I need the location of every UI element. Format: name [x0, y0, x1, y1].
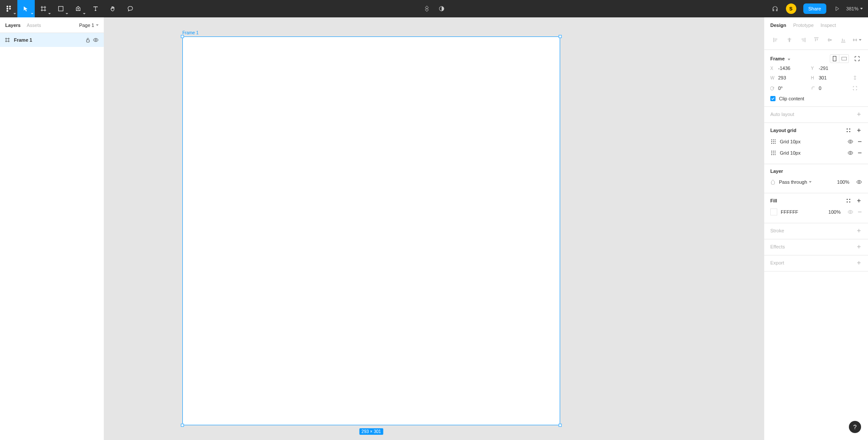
alignment-row — [764, 33, 868, 50]
layer-row-frame1[interactable]: Frame 1 — [0, 33, 104, 47]
main-menu-button[interactable] — [0, 0, 17, 17]
fill-hex-field[interactable]: FFFFFF — [781, 209, 825, 215]
fill-opacity-field[interactable]: 100% — [828, 209, 841, 215]
rotation-field[interactable]: 0° — [770, 86, 806, 91]
align-vcenter-button[interactable] — [823, 35, 836, 45]
svg-rect-11 — [425, 6, 428, 9]
user-avatar[interactable]: S — [786, 3, 796, 14]
stroke-title: Stroke — [770, 228, 856, 233]
right-panel: Design Prototype Inspect Frame — [764, 17, 868, 440]
svg-point-80 — [850, 211, 851, 213]
add-stroke-button[interactable] — [856, 228, 862, 234]
fill-visibility-button[interactable] — [848, 210, 853, 214]
align-top-button[interactable] — [810, 35, 822, 45]
auto-layout-title: Auto layout — [770, 112, 856, 117]
grid-item-1[interactable]: Grid 10px — [770, 147, 862, 159]
align-hcenter-button[interactable] — [783, 35, 795, 45]
radius-field[interactable]: 0 — [811, 86, 847, 91]
distribute-button[interactable] — [850, 35, 863, 45]
orientation-portrait-button[interactable] — [830, 54, 839, 63]
align-right-button[interactable] — [796, 35, 809, 45]
layer-visibility-button[interactable] — [856, 180, 862, 184]
help-button[interactable]: ? — [849, 421, 861, 433]
add-auto-layout-button[interactable] — [856, 111, 862, 117]
visibility-icon[interactable] — [93, 38, 99, 42]
shape-tool-button[interactable] — [52, 0, 69, 17]
resize-to-fit-button[interactable] — [852, 54, 862, 63]
text-tool-button[interactable] — [87, 0, 104, 17]
chevron-down-icon — [31, 13, 33, 14]
mask-tool-button[interactable] — [435, 0, 448, 17]
y-field[interactable]: Y-291 — [811, 66, 847, 71]
tab-design[interactable]: Design — [770, 23, 786, 28]
frame-label[interactable]: Frame 1 — [182, 30, 198, 35]
comment-tool-button[interactable] — [122, 0, 139, 17]
clip-content-checkbox[interactable] — [770, 96, 776, 101]
zoom-value: 381% — [846, 6, 858, 11]
audio-button[interactable] — [768, 0, 782, 17]
svg-point-68 — [771, 154, 772, 155]
fill-title: Fill — [770, 198, 845, 203]
clip-content-row[interactable]: Clip content — [770, 96, 862, 101]
hand-tool-button[interactable] — [104, 0, 122, 17]
svg-point-56 — [775, 141, 776, 142]
independent-corners-button[interactable] — [851, 85, 858, 92]
remove-grid-button[interactable] — [858, 151, 862, 155]
svg-rect-12 — [425, 8, 428, 11]
opacity-field[interactable]: 100% — [837, 179, 849, 185]
frame-title-dropdown[interactable]: Frame — [770, 56, 830, 61]
svg-point-58 — [773, 143, 774, 144]
grid-visibility-button[interactable] — [848, 151, 853, 155]
frame-1[interactable] — [182, 36, 560, 425]
present-button[interactable] — [830, 0, 845, 17]
align-bottom-button[interactable] — [837, 35, 849, 45]
grid-visibility-button[interactable] — [848, 139, 853, 144]
selection-handle-sw[interactable] — [181, 424, 184, 427]
main-area: Layers Assets Page 1 Frame 1 Fram — [0, 17, 868, 440]
grid-styles-button[interactable] — [845, 127, 851, 133]
svg-point-48 — [849, 131, 850, 132]
selection-handle-ne[interactable] — [559, 35, 562, 38]
layout-grid-section: Layout grid Grid 10px Grid 10px — [764, 123, 868, 164]
canvas[interactable]: Frame 1 293 × 301 — [104, 17, 764, 440]
tab-layers[interactable]: Layers — [5, 23, 20, 28]
add-grid-button[interactable] — [856, 127, 862, 133]
constrain-proportions-button[interactable] — [851, 74, 858, 81]
fill-swatch[interactable] — [770, 208, 777, 215]
share-button[interactable]: Share — [803, 3, 826, 14]
unlock-icon[interactable] — [86, 38, 90, 43]
tab-inspect[interactable]: Inspect — [821, 23, 836, 28]
h-field[interactable]: H301 — [811, 75, 847, 80]
add-fill-button[interactable] — [856, 198, 862, 204]
orientation-landscape-button[interactable] — [839, 54, 849, 63]
page-dropdown[interactable]: Page 1 — [79, 23, 99, 28]
tab-prototype[interactable]: Prototype — [793, 23, 814, 28]
stroke-section: Stroke — [764, 223, 868, 239]
move-tool-button[interactable] — [17, 0, 35, 17]
selection-handle-se[interactable] — [559, 424, 562, 427]
tab-assets[interactable]: Assets — [26, 23, 41, 28]
export-section: Export — [764, 255, 868, 271]
blend-mode-dropdown[interactable]: Pass through — [779, 179, 834, 185]
pen-tool-button[interactable] — [69, 0, 87, 17]
fill-styles-button[interactable] — [845, 198, 851, 204]
svg-point-77 — [849, 202, 850, 202]
grid-item-0[interactable]: Grid 10px — [770, 136, 862, 147]
w-field[interactable]: W293 — [770, 75, 806, 80]
add-effect-button[interactable] — [856, 244, 862, 250]
play-icon — [834, 5, 841, 12]
align-left-button[interactable] — [769, 35, 782, 45]
add-export-button[interactable] — [856, 260, 862, 266]
frame-tool-button[interactable] — [35, 0, 52, 17]
component-icon — [423, 5, 430, 12]
effects-title: Effects — [770, 244, 856, 249]
effects-section: Effects — [764, 239, 868, 255]
remove-grid-button[interactable] — [858, 139, 862, 144]
selection-handle-nw[interactable] — [181, 35, 184, 38]
remove-fill-button[interactable] — [858, 210, 862, 214]
zoom-dropdown[interactable]: 381% — [845, 6, 868, 11]
x-field[interactable]: X-1436 — [770, 66, 806, 71]
blend-mode-row: Pass through 100% — [770, 176, 862, 188]
layer-title: Layer — [770, 169, 862, 174]
component-tool-button[interactable] — [420, 0, 433, 17]
